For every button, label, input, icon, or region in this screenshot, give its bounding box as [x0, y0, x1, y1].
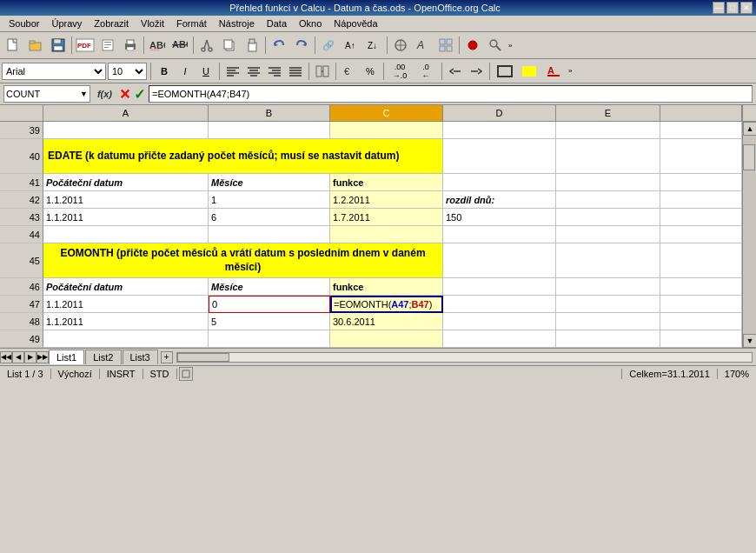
- record-changes-button[interactable]: [179, 367, 193, 381]
- menu-format[interactable]: Formát: [171, 17, 212, 30]
- undo-button[interactable]: [269, 35, 289, 56]
- font-name-select[interactable]: Arial: [2, 63, 106, 80]
- background-color-button[interactable]: [518, 63, 540, 80]
- spellcheck-button[interactable]: ABC~~~: [147, 35, 168, 56]
- cell-E49[interactable]: [556, 330, 660, 348]
- col-header-B[interactable]: B: [209, 105, 330, 121]
- cell-D42[interactable]: rozdíl dnů:: [443, 191, 556, 209]
- print-button[interactable]: [120, 35, 141, 56]
- scroll-down-button[interactable]: ▼: [743, 334, 756, 348]
- menu-help[interactable]: Nápověda: [328, 17, 382, 30]
- cell-E47[interactable]: [556, 296, 660, 313]
- styles-button[interactable]: A: [413, 35, 434, 56]
- cell-A44[interactable]: [43, 226, 209, 243]
- cell-A39[interactable]: [43, 122, 209, 139]
- borders-button[interactable]: [494, 63, 516, 80]
- gallery-button[interactable]: [435, 35, 456, 56]
- cell-E44[interactable]: [556, 226, 660, 243]
- cell-EOMONTH-description[interactable]: EOMONTH (přičte počet měsíců a vrátí dat…: [43, 243, 443, 278]
- cell-E41[interactable]: [556, 174, 660, 191]
- open-button[interactable]: [25, 35, 46, 56]
- h-scroll-thumb[interactable]: [177, 353, 229, 362]
- menu-insert[interactable]: Vložit: [136, 17, 169, 30]
- vertical-scrollbar[interactable]: ▲ ▼: [742, 122, 756, 348]
- new-button[interactable]: [3, 35, 23, 56]
- sort-desc-button[interactable]: Z↓: [363, 35, 384, 56]
- cell-D45[interactable]: [443, 243, 556, 278]
- find-button[interactable]: [485, 35, 506, 56]
- cell-ref-dropdown-arrow[interactable]: ▼: [80, 90, 88, 98]
- hyperlink-button[interactable]: 🔗: [318, 35, 339, 56]
- align-center-button[interactable]: [244, 63, 263, 80]
- cell-B49[interactable]: [209, 330, 330, 348]
- print-preview-button[interactable]: [97, 35, 118, 56]
- sort-asc-button[interactable]: A↑: [341, 35, 361, 56]
- cell-B48[interactable]: 5: [209, 313, 330, 330]
- cell-E39[interactable]: [556, 122, 660, 139]
- navigator-button[interactable]: [390, 35, 411, 56]
- minimize-button[interactable]: —: [713, 2, 725, 14]
- cell-C39[interactable]: [330, 122, 443, 139]
- scroll-thumb[interactable]: [743, 144, 755, 170]
- cell-D44[interactable]: [443, 226, 556, 243]
- cell-D40[interactable]: [443, 139, 556, 174]
- cell-D47[interactable]: [443, 296, 556, 313]
- cut-button[interactable]: [196, 35, 217, 56]
- italic-button[interactable]: I: [176, 63, 195, 80]
- cell-B44[interactable]: [209, 226, 330, 243]
- cell-EDATE-description[interactable]: EDATE (k datumu přičte zadaný počet měsí…: [43, 139, 443, 174]
- formula-input[interactable]: [149, 85, 753, 103]
- horizontal-scrollbar[interactable]: [176, 352, 753, 363]
- sheet-tab-list2[interactable]: List2: [85, 350, 121, 364]
- justify-button[interactable]: [286, 63, 305, 80]
- col-header-D[interactable]: D: [443, 105, 556, 121]
- cell-C41[interactable]: funkce: [330, 174, 443, 191]
- currency-button[interactable]: €: [340, 63, 359, 80]
- cell-B41[interactable]: Měsíce: [209, 174, 330, 191]
- font-color-button[interactable]: A: [542, 63, 565, 80]
- scroll-up-button[interactable]: ▲: [743, 122, 756, 136]
- close-button[interactable]: ✕: [740, 2, 753, 14]
- cell-A48[interactable]: 1.1.2011: [43, 313, 209, 330]
- increase-indent-button[interactable]: [467, 63, 486, 80]
- menu-window[interactable]: Okno: [294, 17, 327, 30]
- cell-C43[interactable]: 1.7.2011: [330, 209, 443, 226]
- window-controls[interactable]: — □ ✕: [713, 2, 753, 14]
- col-header-A[interactable]: A: [43, 105, 209, 121]
- font-size-select[interactable]: 10: [108, 63, 147, 80]
- tab-scroll-prev[interactable]: ◀: [12, 351, 24, 363]
- cancel-formula-button[interactable]: ✕: [119, 86, 130, 103]
- cell-D48[interactable]: [443, 313, 556, 330]
- cell-D46[interactable]: [443, 278, 556, 296]
- cell-E48[interactable]: [556, 313, 660, 330]
- cell-B39[interactable]: [209, 122, 330, 139]
- col-header-C[interactable]: C: [330, 105, 443, 121]
- sheet-tab-list1[interactable]: List1: [49, 350, 84, 364]
- cell-D43[interactable]: 150: [443, 209, 556, 226]
- function-wizard-button[interactable]: f(x): [94, 89, 116, 99]
- pdf-export-button[interactable]: PDF: [75, 35, 96, 56]
- cell-C46[interactable]: funkce: [330, 278, 443, 296]
- underline-button[interactable]: U: [196, 63, 216, 80]
- menu-data[interactable]: Data: [262, 17, 292, 30]
- tab-scroll-first[interactable]: ◀◀: [0, 351, 12, 363]
- cell-B46[interactable]: Měsíce: [209, 278, 330, 296]
- format-toolbar-expand[interactable]: »: [567, 67, 574, 75]
- cell-reference-box[interactable]: COUNT: [6, 89, 80, 99]
- accept-formula-button[interactable]: ✓: [134, 86, 145, 103]
- toolbar-expand-arrow[interactable]: »: [507, 42, 514, 50]
- increase-decimals-button[interactable]: .00→.0: [388, 63, 412, 80]
- sheet-tab-list3[interactable]: List3: [123, 350, 158, 364]
- maximize-button[interactable]: □: [726, 2, 739, 14]
- cell-B42[interactable]: 1: [209, 191, 330, 209]
- redo-button[interactable]: [291, 35, 312, 56]
- cell-C47-active[interactable]: =EOMONTH(A47;B47): [330, 296, 443, 313]
- copy-button[interactable]: [219, 35, 240, 56]
- decrease-indent-button[interactable]: [446, 63, 465, 80]
- cell-E40[interactable]: [556, 139, 660, 174]
- cell-D39[interactable]: [443, 122, 556, 139]
- draw-functions-button[interactable]: [462, 35, 483, 56]
- cell-C42[interactable]: 1.2.2011: [330, 191, 443, 209]
- percent-button[interactable]: %: [361, 63, 380, 80]
- cell-A42[interactable]: 1.1.2011: [43, 191, 209, 209]
